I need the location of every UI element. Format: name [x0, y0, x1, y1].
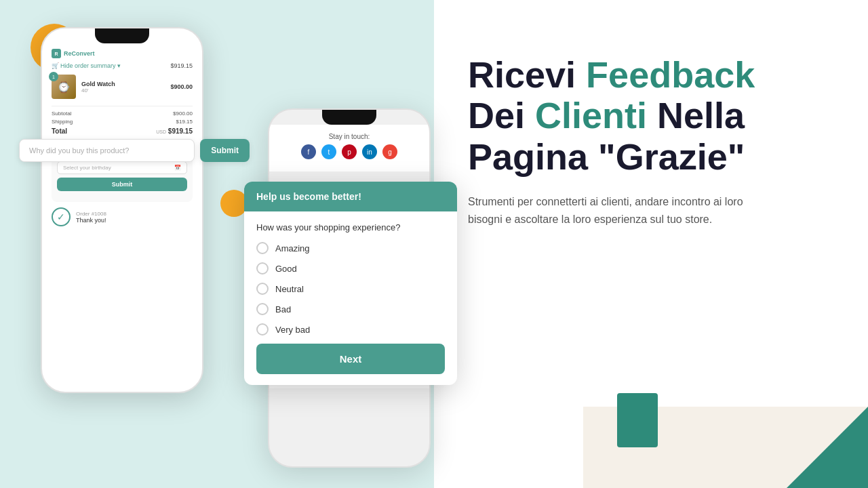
survey-header: Help us become better! — [244, 182, 457, 211]
linkedin-icon[interactable]: in — [362, 144, 377, 159]
external-input-area: Why did you buy this product? Submit — [19, 139, 250, 162]
radio-very-bad[interactable] — [256, 323, 269, 336]
deco-orange-small — [220, 190, 248, 217]
twitter-icon[interactable]: t — [321, 144, 336, 159]
survey-body: How was your shopping experience? Amazin… — [244, 211, 457, 385]
check-circle-icon: ✓ — [52, 207, 71, 226]
option-amazing[interactable]: Amazing — [256, 242, 445, 254]
order-complete: ✓ Order #1008 Thank you! — [52, 207, 193, 226]
shipping-row: Shipping $19.15 — [52, 119, 193, 125]
option-neutral-label: Neutral — [275, 284, 304, 294]
logo-text: ReConvert — [64, 50, 95, 57]
phone-notch — [95, 28, 149, 43]
reconvert-logo: R ReConvert — [52, 49, 193, 58]
product-variant: 40' — [81, 87, 165, 94]
deco-teal-rect — [617, 393, 658, 447]
option-good[interactable]: Good — [256, 262, 445, 274]
birthday-input[interactable]: Select your birthday 📅 — [57, 161, 187, 174]
logo-icon: R — [52, 49, 61, 58]
order-total-price: $919.15 — [170, 62, 193, 69]
product-question-input[interactable]: Why did you buy this product? — [19, 139, 195, 162]
survey-question: How was your shopping experience? — [256, 222, 445, 232]
radio-bad[interactable] — [256, 303, 269, 315]
subtotal-row: Subtotal $900.00 — [52, 110, 193, 117]
product-row: 1 ⌚ Gold Watch 40' $900.00 — [52, 75, 193, 99]
thank-you-text: Thank you! — [76, 217, 106, 224]
phone-left: R ReConvert 🛒 Hide order summary ▾ $919.… — [41, 27, 203, 393]
product-image-wrap: 1 ⌚ — [52, 75, 76, 99]
stay-in-touch-text: Stay in touch: — [279, 125, 420, 144]
option-very-bad[interactable]: Very bad — [256, 323, 445, 336]
headline-teal-feedback: Feedback — [586, 54, 755, 95]
headline-teal-clienti: Clienti — [535, 95, 647, 136]
product-price: $900.00 — [170, 83, 193, 90]
headline: Ricevi Feedback Dei Clienti Nella Pagina… — [468, 54, 848, 177]
product-badge: 1 — [49, 72, 58, 81]
external-submit-button[interactable]: Submit — [200, 139, 250, 162]
product-info: Gold Watch 40' — [81, 81, 165, 94]
product-name: Gold Watch — [81, 81, 165, 87]
order-number: Order #1008 — [76, 211, 106, 217]
phone-right-notch — [322, 110, 376, 125]
option-bad-label: Bad — [275, 304, 291, 314]
right-text-section: Ricevi Feedback Dei Clienti Nella Pagina… — [468, 54, 848, 228]
next-button[interactable]: Next — [256, 344, 445, 374]
phone-left-content: R ReConvert 🛒 Hide order summary ▾ $919.… — [42, 43, 202, 232]
option-bad[interactable]: Bad — [256, 303, 445, 315]
phone-right-top: Stay in touch: f t p in g — [269, 125, 429, 171]
hide-order-summary[interactable]: 🛒 Hide order summary ▾ — [52, 62, 121, 69]
pinterest-icon[interactable]: p — [342, 144, 357, 159]
option-neutral[interactable]: Neutral — [256, 283, 445, 295]
option-good-label: Good — [275, 264, 297, 274]
total-row: Total USD $919.15 — [52, 127, 193, 135]
birthday-submit-button[interactable]: Submit — [57, 178, 187, 191]
radio-neutral[interactable] — [256, 283, 269, 295]
order-info: Order #1008 Thank you! — [76, 211, 106, 224]
subtext: Strumenti per connetterti ai clienti, an… — [468, 193, 766, 228]
option-amazing-label: Amazing — [275, 243, 310, 253]
survey-popup: Help us become better! How was your shop… — [244, 182, 457, 385]
calendar-icon: 📅 — [174, 165, 181, 171]
radio-good[interactable] — [256, 262, 269, 274]
order-summary-bar: 🛒 Hide order summary ▾ $919.15 — [52, 62, 193, 69]
google-icon[interactable]: g — [382, 144, 397, 159]
divider-1 — [52, 106, 193, 106]
facebook-icon[interactable]: f — [301, 144, 316, 159]
deco-teal-corner — [787, 407, 868, 488]
social-icons: f t p in g — [279, 144, 420, 159]
radio-amazing[interactable] — [256, 242, 269, 254]
option-very-bad-label: Very bad — [275, 325, 310, 335]
